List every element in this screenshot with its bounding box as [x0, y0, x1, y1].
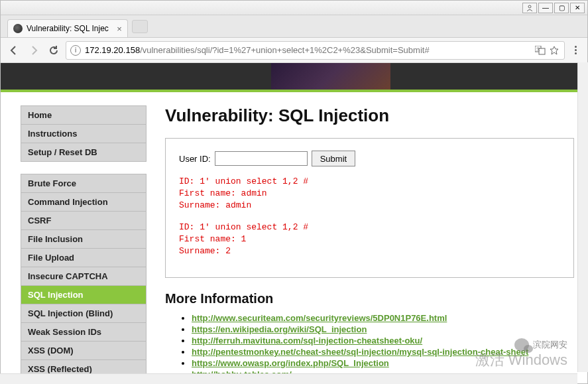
horizontal-scrollbar[interactable]: [0, 373, 577, 384]
sidebar-item-home[interactable]: Home: [21, 106, 146, 125]
tab-title: Vulnerability: SQL Injec: [27, 24, 109, 33]
form-box: User ID: ID: 1' union select 1,2 # First…: [165, 138, 574, 278]
more-info-links: http://www.securiteam.com/securityreview…: [165, 313, 574, 379]
sidebar-item-file-inclusion[interactable]: File Inclusion: [21, 230, 146, 249]
sidebar-item-setup-reset-db[interactable]: Setup / Reset DB: [21, 143, 146, 162]
svg-point-0: [528, 5, 531, 8]
tab-close-icon[interactable]: ×: [117, 24, 122, 34]
page-viewport: HomeInstructionsSetup / Reset DB Brute F…: [1, 63, 587, 383]
page-title: Vulnerability: SQL Injection: [165, 105, 574, 126]
sidebar-item-instructions[interactable]: Instructions: [21, 125, 146, 143]
info-link[interactable]: https://www.owasp.org/index.php/SQL_Inje…: [192, 358, 389, 368]
new-tab-button[interactable]: [132, 20, 148, 33]
close-window-button[interactable]: ✕: [570, 3, 585, 13]
browser-menu-button[interactable]: [569, 46, 582, 54]
user-id-label: User ID:: [179, 154, 211, 164]
browser-navbar: i 172.19.20.158/vulnerabilities/sqli/?id…: [1, 38, 587, 63]
info-link[interactable]: http://ferruh.mavituna.com/sql-injection…: [192, 336, 422, 346]
site-info-icon[interactable]: i: [70, 45, 81, 56]
result-block: ID: 1' union select 1,2 # First name: 1 …: [179, 222, 560, 258]
sidebar-item-sql-injection[interactable]: SQL Injection: [21, 286, 146, 304]
tab-favicon: [13, 24, 23, 33]
forward-button[interactable]: [26, 42, 42, 58]
reload-button[interactable]: [46, 42, 62, 58]
vertical-scrollbar[interactable]: [577, 62, 588, 372]
minimize-button[interactable]: —: [538, 3, 553, 13]
header-image: [271, 63, 390, 90]
sidebar-item-weak-session-ids[interactable]: Weak Session IDs: [21, 323, 146, 342]
svg-text:文: 文: [536, 46, 540, 51]
user-button[interactable]: [522, 3, 537, 13]
maximize-button[interactable]: ▢: [554, 3, 569, 13]
sidebar-item-file-upload[interactable]: File Upload: [21, 249, 146, 267]
translate-icon[interactable]: 文: [535, 46, 546, 55]
url-bar[interactable]: i 172.19.20.158/vulnerabilities/sqli/?id…: [66, 41, 565, 60]
sidebar-item-insecure-captcha[interactable]: Insecure CAPTCHA: [21, 267, 146, 286]
more-info-heading: More Information: [165, 291, 574, 306]
info-link[interactable]: http://www.securiteam.com/securityreview…: [192, 313, 447, 323]
submit-button[interactable]: [312, 151, 355, 166]
main-content: Vulnerability: SQL Injection User ID: ID…: [165, 105, 587, 381]
sidebar-item-sql-injection-blind-[interactable]: SQL Injection (Blind): [21, 304, 146, 323]
url-text: 172.19.20.158/vulnerabilities/sqli/?id=1…: [85, 45, 531, 55]
header-band: [1, 63, 587, 92]
bookmark-icon[interactable]: [550, 46, 560, 55]
info-link[interactable]: http://pentestmonkey.net/cheat-sheet/sql…: [192, 347, 528, 357]
sidebar-item-xss-dom-[interactable]: XSS (DOM): [21, 342, 146, 360]
browser-tabstrip: Vulnerability: SQL Injec ×: [1, 15, 587, 38]
sidebar-item-command-injection[interactable]: Command Injection: [21, 193, 146, 212]
info-link[interactable]: https://en.wikipedia.org/wiki/SQL_inject…: [192, 324, 367, 334]
window-titlebar: — ▢ ✕: [1, 1, 587, 15]
browser-tab[interactable]: Vulnerability: SQL Injec ×: [7, 19, 128, 37]
sidebar-item-brute-force[interactable]: Brute Force: [21, 174, 146, 193]
back-button[interactable]: [6, 42, 22, 58]
sidebar-item-csrf[interactable]: CSRF: [21, 212, 146, 230]
result-block: ID: 1' union select 1,2 # First name: ad…: [179, 176, 560, 212]
user-id-input[interactable]: [215, 151, 308, 166]
sidebar: HomeInstructionsSetup / Reset DB Brute F…: [21, 105, 147, 383]
